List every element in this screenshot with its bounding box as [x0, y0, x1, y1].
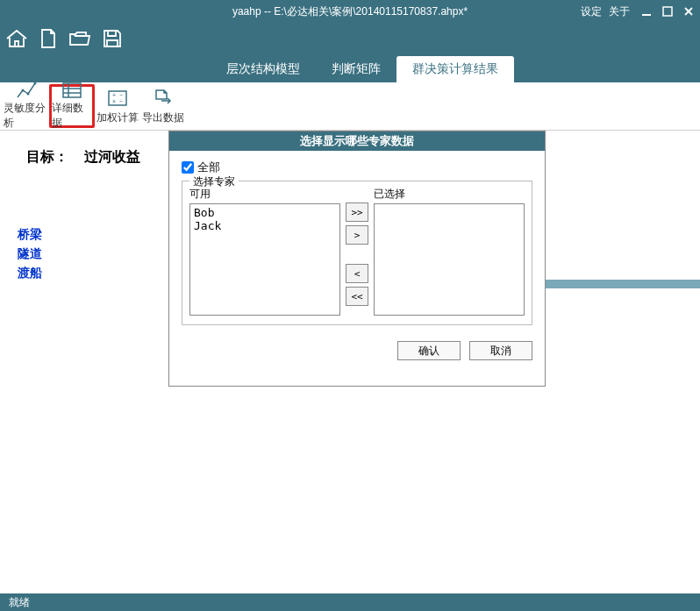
export-icon	[153, 88, 174, 109]
svg-text:×: ×	[112, 98, 116, 104]
all-checkbox-label: 全部	[197, 160, 220, 175]
target-value: 过河收益	[84, 149, 140, 164]
selected-listbox[interactable]	[374, 203, 525, 316]
svg-rect-0	[642, 14, 651, 16]
statusbar: 就绪	[0, 593, 700, 611]
expert-fieldset: 选择专家 可用 Bob Jack >> > < <<	[182, 181, 532, 325]
export-label: 导出数据	[142, 110, 184, 125]
svg-text:+: +	[112, 92, 116, 98]
svg-text:−: −	[119, 92, 123, 98]
fieldset-legend: 选择专家	[189, 174, 239, 189]
detail-data-icon	[61, 82, 82, 99]
svg-rect-11	[109, 91, 126, 105]
tab-group-result[interactable]: 群决策计算结果	[396, 56, 514, 82]
move-left-button[interactable]: <	[346, 264, 368, 283]
weighted-button[interactable]: +−×÷ 加权计算	[95, 84, 140, 128]
background-bar	[542, 280, 700, 288]
list-item[interactable]: Bob	[194, 206, 336, 219]
cancel-button[interactable]: 取消	[469, 341, 532, 360]
status-text: 就绪	[9, 596, 30, 608]
close-button[interactable]	[682, 5, 695, 18]
link-tunnel[interactable]: 隧道	[18, 246, 42, 262]
weighted-icon: +−×÷	[107, 88, 128, 109]
open-folder-icon[interactable]	[68, 29, 91, 51]
move-right-button[interactable]: >	[346, 225, 368, 245]
selected-label: 已选择	[374, 187, 525, 202]
target-prefix: 目标：	[26, 149, 68, 164]
titlebar: yaahp -- E:\必达相关\案例\20140115170837.ahpx*…	[0, 0, 700, 23]
svg-point-5	[27, 93, 30, 96]
ok-button[interactable]: 确认	[397, 341, 461, 360]
export-button[interactable]: 导出数据	[140, 84, 186, 128]
svg-rect-1	[663, 7, 672, 16]
minimize-button[interactable]	[640, 5, 653, 18]
dialog-title: 选择显示哪些专家数据	[169, 131, 545, 151]
settings-link[interactable]: 设定	[581, 4, 602, 19]
toolbar: 灵敏度分析 详细数据 +−×÷ 加权计算 导出数据	[0, 82, 700, 130]
move-all-left-button[interactable]: <<	[346, 287, 368, 306]
about-link[interactable]: 关于	[609, 4, 630, 19]
svg-rect-7	[63, 83, 81, 97]
tab-bar: 层次结构模型 判断矩阵 群决策计算结果	[0, 56, 700, 82]
expert-selection-dialog: 选择显示哪些专家数据 全部 选择专家 可用 Bob Jack	[168, 131, 546, 387]
sensitivity-label: 灵敏度分析	[4, 101, 49, 131]
tab-hierarchy[interactable]: 层次结构模型	[211, 56, 316, 82]
list-item[interactable]: Jack	[194, 219, 336, 232]
available-listbox[interactable]: Bob Jack	[189, 203, 340, 316]
menubar	[0, 23, 700, 56]
maximize-button[interactable]	[661, 5, 674, 18]
link-ferry[interactable]: 渡船	[18, 266, 42, 281]
detail-data-button[interactable]: 详细数据	[49, 84, 95, 128]
new-file-icon[interactable]	[39, 28, 58, 52]
svg-point-4	[22, 89, 25, 92]
titlebar-controls: 设定 关于	[581, 4, 695, 19]
home-icon[interactable]	[5, 29, 28, 51]
move-all-right-button[interactable]: >>	[346, 202, 368, 222]
link-bridge[interactable]: 桥梁	[18, 227, 42, 243]
svg-text:÷: ÷	[119, 98, 123, 104]
svg-point-6	[34, 82, 37, 85]
all-checkbox[interactable]	[182, 161, 194, 174]
sensitivity-button[interactable]: 灵敏度分析	[4, 84, 49, 128]
save-icon[interactable]	[102, 28, 123, 52]
detail-data-label: 详细数据	[52, 101, 92, 131]
content-area: 目标： 过河收益 桥梁 隧道 渡船 选择显示哪些专家数据 全部 选择专家 可用	[0, 131, 700, 595]
weighted-label: 加权计算	[96, 110, 139, 125]
window-title: yaahp -- E:\必达相关\案例\20140115170837.ahpx*	[232, 4, 468, 19]
tab-judgment[interactable]: 判断矩阵	[316, 56, 396, 82]
sensitivity-icon	[16, 82, 37, 99]
nav-links: 桥梁 隧道 渡船	[18, 227, 42, 281]
